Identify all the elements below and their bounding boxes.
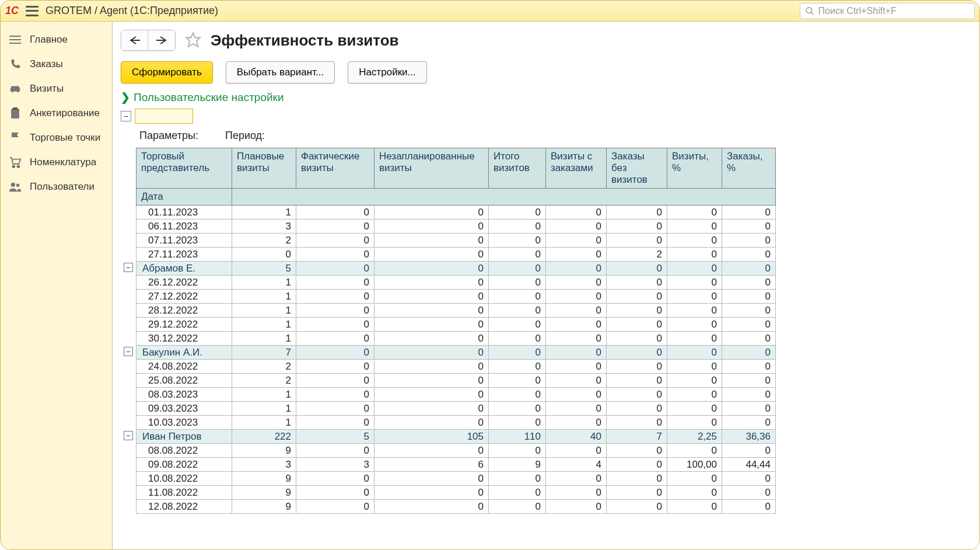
- sidebar-item-main[interactable]: Главное: [1, 27, 112, 52]
- date-cell[interactable]: 09.08.2022: [136, 458, 232, 472]
- th-plan[interactable]: Плановые визиты: [232, 148, 296, 189]
- value-cell: 0: [296, 388, 374, 402]
- settings-button[interactable]: Настройки...: [348, 61, 427, 83]
- collapse-toggle[interactable]: −: [124, 263, 133, 272]
- date-cell[interactable]: 30.12.2022: [136, 332, 232, 346]
- table-row[interactable]: −Бакулин А.И.70000000: [136, 346, 776, 360]
- menu-icon[interactable]: [26, 6, 38, 16]
- group-label[interactable]: −Бакулин А.И.: [136, 346, 232, 360]
- value-cell: 0: [296, 500, 374, 514]
- date-cell[interactable]: 26.12.2022: [136, 276, 232, 290]
- value-cell: 0: [722, 416, 776, 430]
- date-cell[interactable]: 11.08.2022: [136, 486, 232, 500]
- search-input[interactable]: [818, 6, 970, 16]
- table-row[interactable]: −Иван Петров22251051104072,2536,36: [136, 430, 776, 444]
- table-row[interactable]: 26.12.202210000000: [136, 276, 776, 290]
- table-row[interactable]: 11.08.202290000000: [136, 486, 776, 500]
- sidebar-item-orders[interactable]: Заказы: [1, 52, 112, 76]
- table-row[interactable]: 06.11.202330000000: [136, 220, 776, 234]
- table-row[interactable]: 24.08.202220000000: [136, 360, 776, 374]
- date-cell[interactable]: 12.08.2022: [136, 500, 232, 514]
- th-vorders[interactable]: Визиты с заказами: [546, 148, 607, 189]
- th-vpct[interactable]: Визиты, %: [667, 148, 722, 189]
- value-cell: 0: [722, 248, 776, 262]
- date-cell[interactable]: 29.12.2022: [136, 318, 232, 332]
- table-row[interactable]: 27.11.202300000200: [136, 248, 776, 262]
- date-cell[interactable]: 24.08.2022: [136, 360, 232, 374]
- value-cell: 5: [232, 262, 296, 276]
- value-cell: 0: [722, 234, 776, 248]
- sidebar-item-visits[interactable]: Визиты: [1, 76, 112, 101]
- th-unplan[interactable]: Незапланированные визиты: [374, 148, 489, 189]
- sidebar-item-label: Заказы: [30, 58, 63, 70]
- table-row[interactable]: 07.11.202320000000: [136, 234, 776, 248]
- date-cell[interactable]: 28.12.2022: [136, 304, 232, 318]
- date-cell[interactable]: 25.08.2022: [136, 374, 232, 388]
- value-cell: 0: [607, 318, 667, 332]
- date-cell[interactable]: 06.11.2023: [136, 220, 232, 234]
- params-labels: Параметры: Период:: [135, 130, 974, 142]
- back-button[interactable]: [121, 30, 148, 50]
- sidebar-item-label: Анкетирование: [30, 107, 100, 119]
- sidebar-item-points[interactable]: Торговые точки: [1, 126, 112, 150]
- value-cell: 0: [667, 402, 722, 416]
- table-row[interactable]: 12.08.202290000000: [136, 500, 776, 514]
- table-row[interactable]: 25.08.202220000000: [136, 374, 776, 388]
- user-settings-toggle[interactable]: ❯ Пользовательские настройки: [121, 90, 974, 104]
- collapse-toggle[interactable]: −: [124, 347, 133, 356]
- value-cell: 100,00: [667, 458, 722, 472]
- favorite-star-icon[interactable]: [185, 32, 201, 50]
- date-cell[interactable]: 10.03.2023: [136, 416, 232, 430]
- date-cell[interactable]: 01.11.2023: [136, 206, 232, 220]
- table-row[interactable]: 30.12.202210000000: [136, 332, 776, 346]
- date-cell[interactable]: 07.11.2023: [136, 234, 232, 248]
- table-row[interactable]: −Абрамов Е.50000000: [136, 262, 776, 276]
- value-cell: 0: [489, 262, 546, 276]
- date-cell[interactable]: 08.08.2022: [136, 444, 232, 458]
- group-label[interactable]: −Абрамов Е.: [136, 262, 232, 276]
- th-rep[interactable]: Торговый представитель: [136, 148, 232, 189]
- sidebar-item-users[interactable]: Пользователи: [1, 175, 112, 199]
- th-fact[interactable]: Фактические визиты: [296, 148, 374, 189]
- sidebar-item-survey[interactable]: Анкетирование: [1, 101, 112, 126]
- th-onovisit[interactable]: Заказы без визитов: [607, 148, 667, 189]
- flag-icon: [9, 131, 22, 144]
- table-row[interactable]: 01.11.202310000000: [136, 206, 776, 220]
- params-input[interactable]: [135, 109, 193, 124]
- value-cell: 1: [232, 206, 296, 220]
- value-cell: 0: [546, 332, 607, 346]
- table-row[interactable]: 28.12.202210000000: [136, 304, 776, 318]
- value-cell: 0: [296, 234, 374, 248]
- search-box[interactable]: [800, 3, 975, 19]
- logo-1c-icon: 1C: [5, 5, 19, 17]
- sidebar: Главное Заказы Визиты Анкетирование Торг…: [1, 22, 113, 549]
- collapse-toggle[interactable]: −: [121, 111, 131, 121]
- table-row[interactable]: 29.12.202210000000: [136, 318, 776, 332]
- value-cell: 0: [546, 444, 607, 458]
- group-label[interactable]: −Иван Петров: [136, 430, 232, 444]
- forward-button[interactable]: [148, 30, 175, 50]
- value-cell: 0: [667, 444, 722, 458]
- svg-rect-5: [11, 109, 19, 119]
- date-cell[interactable]: 10.08.2022: [136, 472, 232, 486]
- table-row[interactable]: 08.08.202290000000: [136, 444, 776, 458]
- table-row[interactable]: 27.12.202210000000: [136, 290, 776, 304]
- generate-button[interactable]: Сформировать: [121, 61, 213, 83]
- collapse-toggle[interactable]: −: [124, 431, 133, 440]
- date-cell[interactable]: 27.12.2022: [136, 290, 232, 304]
- th-opct[interactable]: Заказы, %: [722, 148, 776, 189]
- th-total[interactable]: Итого визитов: [489, 148, 546, 189]
- th-date[interactable]: Дата: [136, 189, 232, 206]
- table-row[interactable]: 10.03.202310000000: [136, 416, 776, 430]
- table-row[interactable]: 09.03.202310000000: [136, 402, 776, 416]
- table-row[interactable]: 10.08.202290000000: [136, 472, 776, 486]
- sidebar-item-nomenclature[interactable]: Номенклатура: [1, 150, 112, 175]
- date-cell[interactable]: 09.03.2023: [136, 402, 232, 416]
- date-cell[interactable]: 08.03.2023: [136, 388, 232, 402]
- table-row[interactable]: 09.08.2022336940100,0044,44: [136, 458, 776, 472]
- choose-variant-button[interactable]: Выбрать вариант...: [226, 61, 335, 83]
- table-row[interactable]: 08.03.202310000000: [136, 388, 776, 402]
- date-cell[interactable]: 27.11.2023: [136, 248, 232, 262]
- value-cell: 0: [296, 346, 374, 360]
- value-cell: 0: [667, 360, 722, 374]
